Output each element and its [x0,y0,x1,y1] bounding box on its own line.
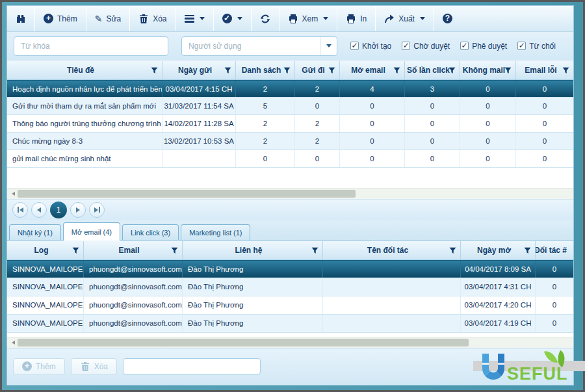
scrollbar-thumb[interactable] [18,339,469,346]
cell-log: SINNOVA_MAILOPEN [7,278,84,296]
column-header-email-loi[interactable]: Email lỗi [516,61,573,79]
prev-page-button[interactable] [31,202,47,218]
footer-delete-label: Xóa [94,362,108,371]
scroll-left-icon[interactable] [8,192,18,196]
tab-nhat-ky[interactable]: Nhật ký (1) [9,224,61,240]
table-row-selected[interactable]: Hoạch định nguồn nhân lực để phát triển … [7,80,573,98]
filter-icon[interactable] [448,66,456,75]
cell-partner-count: 0 [536,296,573,314]
select-dropdown-button[interactable] [320,37,337,55]
last-page-button[interactable] [89,202,105,218]
cell-value: 2 [295,81,340,97]
column-header-email[interactable]: Email [84,241,183,259]
cell-date: 31/03/2017 11:54 SA [162,98,236,114]
approve-button[interactable]: ✓ [214,6,251,31]
checkbox-phe-duyet[interactable]: ✓ Phê duyệt [460,42,507,51]
cell-contact: Đào Thị Phương [183,296,323,314]
column-header-mo-email[interactable]: Mở email [340,61,405,79]
table-row[interactable]: SINNOVA_MAILOPEN phuongdt@sinnovasoft.co… [7,278,573,296]
tab-mo-email[interactable]: Mở email (4) [63,222,120,241]
filter-icon[interactable] [448,246,457,255]
column-header-log[interactable]: Log [7,241,84,259]
cell-title: Chúc mừng ngày 8-3 [7,133,162,150]
refresh-button[interactable] [252,6,279,31]
column-header-ten-doi-tac[interactable]: Tên đối tác [323,241,461,259]
current-page-indicator[interactable]: 1 [50,202,67,218]
checkbox-tu-choi[interactable]: ✓ Từ chối [517,42,556,51]
footer-input[interactable] [123,358,261,374]
column-header-tieu-de[interactable]: Tiêu đề [7,61,162,79]
checkbox-checked-icon: ✓ [350,42,359,50]
cell-value: 0 [295,150,340,167]
checkbox-cho-duyet[interactable]: ✓ Chờ duyệt [402,42,450,51]
table-row[interactable]: gửi mail chúc mừng sinh nhật 0 0 0 0 0 0 [7,150,573,168]
cell-value: 0 [236,150,295,167]
cell-value: 0 [516,115,573,132]
view-button[interactable]: Xem [280,6,337,31]
check-circle-icon: ✓ [222,14,232,23]
column-header-doi-tac[interactable]: Đối tác # [536,241,573,259]
footer-delete-button[interactable]: Xóa [71,358,117,375]
tab-marketing-list[interactable]: Marketing list (1) [181,224,250,240]
cell-open-date: 03/04/2017 4:19 CH [461,315,536,332]
scroll-left-icon[interactable] [8,341,18,345]
table-row[interactable]: SINNOVA_MAILOPEN phuongdt@sinnovasoft.co… [7,315,573,333]
table-row[interactable]: Chúc mừng ngày 8-3 13/02/2017 10:53 SA 2… [7,133,573,150]
column-header-khong-mail[interactable]: Không mail [460,61,516,79]
checkbox-khoi-tao[interactable]: ✓ Khởi tạo [350,42,391,51]
help-button[interactable]: ? [434,6,461,31]
cell-contact: Đào Thị Phương [183,278,323,296]
user-select-placeholder: Người sử dụng [188,42,241,51]
menu-button[interactable] [176,6,213,31]
add-button[interactable]: + Thêm [35,6,86,31]
column-header-lien-he[interactable]: Liên hệ [183,241,323,259]
cell-value: 2 [236,81,295,97]
filter-icon[interactable] [283,66,291,75]
cell-value: 2 [236,133,295,150]
filter-icon[interactable] [72,246,80,255]
user-select[interactable]: Người sử dụng [181,36,337,56]
campaign-grid-header: Tiêu đề Ngày gửi Danh sách Gửi đi Mở ema… [7,60,573,80]
filter-icon[interactable] [562,66,570,75]
next-page-button[interactable] [70,202,86,218]
filter-icon[interactable] [328,66,336,75]
column-header-so-lan-click[interactable]: Số lần click [405,61,460,79]
delete-button[interactable]: Xóa [130,6,175,31]
chevron-down-icon [237,17,242,20]
filter-icon[interactable] [311,246,319,255]
column-header-ngay-mo[interactable]: Ngày mở [461,241,536,259]
table-row-selected[interactable]: SINNOVA_MAILOPEN phuongdt@sinnovasoft.co… [7,260,573,278]
footer-add-label: Thêm [36,362,56,371]
cell-value: 0 [516,150,573,167]
cell-log: SINNOVA_MAILOPEN [7,261,84,278]
cell-value: 0 [340,98,405,114]
cell-email: phuongdt@sinnovasoft.com [84,278,183,296]
filter-icon[interactable] [393,66,401,75]
footer-add-button[interactable]: + Thêm [13,358,65,375]
cell-partner-name [323,296,461,314]
refresh-icon [260,14,270,24]
horizontal-scrollbar[interactable] [7,337,573,348]
scrollbar-thumb[interactable] [18,190,356,198]
column-header-danh-sach[interactable]: Danh sách [236,61,295,79]
filter-icon[interactable] [170,246,179,255]
export-button[interactable]: Xuất [376,6,434,31]
horizontal-scrollbar[interactable] [7,188,573,199]
filter-icon[interactable] [150,66,159,75]
checkbox-checked-icon: ✓ [460,42,469,50]
tab-link-click[interactable]: Link click (3) [122,224,179,240]
table-row[interactable]: Gửi thư mời tham dự ra mắt sản phẩm mới … [7,98,573,115]
column-header-gui-di[interactable]: Gửi đi [295,61,340,79]
column-header-ngay-gui[interactable]: Ngày gửi [162,61,236,79]
filter-icon[interactable] [504,66,512,75]
filter-icon[interactable] [523,246,532,255]
keyword-input[interactable] [14,36,168,56]
table-row[interactable]: Thông báo người trúng thưởng chương trìn… [7,115,573,133]
filter-icon[interactable] [224,66,232,75]
table-row[interactable]: SINNOVA_MAILOPEN phuongdt@sinnovasoft.co… [7,296,573,315]
cell-email: phuongdt@sinnovasoft.com [84,315,183,332]
first-page-button[interactable] [12,202,28,218]
search-button[interactable] [7,6,34,31]
print-button[interactable]: In [337,6,375,31]
edit-button[interactable]: ✎ Sửa [86,6,129,31]
